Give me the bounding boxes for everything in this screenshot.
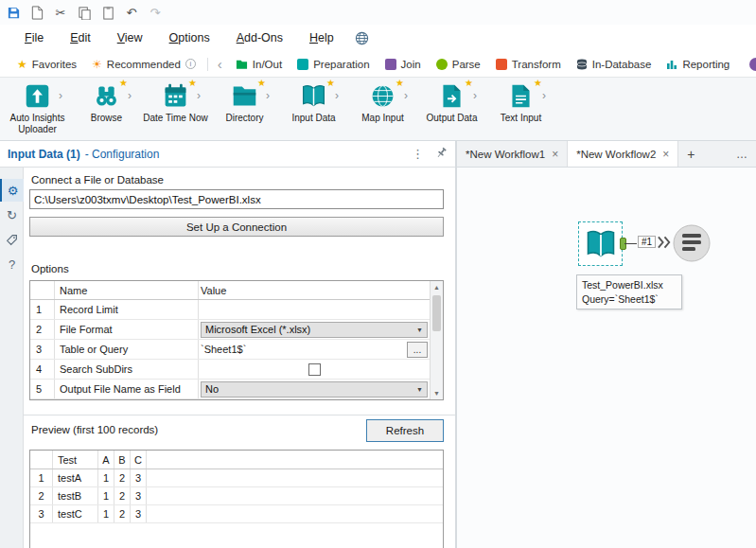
menu-view[interactable]: View <box>104 27 156 48</box>
tab-workflow1[interactable]: *New Workflow1 × <box>457 141 568 167</box>
table-row[interactable]: 3 Table or Query `Sheet1$` ... <box>30 340 443 360</box>
preview-cell: 1 <box>30 469 53 486</box>
tool-caret-icon[interactable]: › <box>473 89 477 102</box>
category-in-database[interactable]: In-Database <box>569 59 659 70</box>
menu-file[interactable]: File <box>11 27 57 48</box>
table-row[interactable]: 1 Record Limit <box>30 300 443 320</box>
menu-edit[interactable]: Edit <box>57 27 104 48</box>
tab-workflow2[interactable]: *New Workflow2 × <box>568 141 678 167</box>
new-tab-button[interactable]: + <box>678 141 703 167</box>
tool-output-data[interactable]: ★ › Output Data <box>417 78 486 140</box>
tool-text-input[interactable]: ★ › Text Input <box>486 78 555 140</box>
category-favorites[interactable]: ★ Favorites <box>9 58 84 71</box>
info-icon: i <box>185 59 196 69</box>
scrollbar-thumb[interactable] <box>432 295 441 331</box>
option-value-empty[interactable] <box>199 300 430 319</box>
category-parse[interactable]: Parse <box>429 59 488 70</box>
category-label: In-Database <box>592 59 652 70</box>
tool-caret-icon[interactable]: › <box>335 89 339 102</box>
tool-caret-icon[interactable]: › <box>128 89 132 102</box>
sync-icon[interactable]: ↻ <box>0 203 24 226</box>
copy-icon[interactable] <box>76 4 93 21</box>
menu-help[interactable]: Help <box>296 27 347 48</box>
tool-map-input[interactable]: ★ › Map Input <box>348 78 417 140</box>
annotation-line1: Test_PowerBI.xlsx <box>582 278 677 292</box>
new-document-icon[interactable] <box>28 4 45 21</box>
save-icon[interactable] <box>5 4 22 21</box>
preview-cell: 2 <box>30 487 53 504</box>
preview-row[interactable]: 2 testB 1 2 3 <box>30 487 443 505</box>
table-query-value[interactable]: `Sheet1$` <box>201 344 403 355</box>
kebab-menu-icon[interactable]: ⋮ <box>412 147 424 161</box>
config-content: Connect a File or Database Set Up a Conn… <box>25 168 455 548</box>
tag-icon[interactable] <box>0 228 24 251</box>
tool-caret-icon[interactable]: › <box>542 89 546 102</box>
options-scrollbar[interactable]: ▲ ▼ <box>430 281 443 399</box>
menu-bar: File Edit View Options Add-Ons Help <box>0 25 756 51</box>
redo-icon[interactable]: ↷ <box>147 4 164 21</box>
category-in-out[interactable]: In/Out <box>228 59 290 70</box>
powerbi-target-icon[interactable] <box>671 222 712 268</box>
tool-caret-icon[interactable]: › <box>197 89 201 102</box>
pin-icon[interactable] <box>435 146 448 163</box>
preview-row[interactable]: 3 testC 1 2 3 <box>30 505 443 523</box>
tool-caret-icon[interactable]: › <box>266 89 270 102</box>
tool-caret-icon[interactable]: › <box>59 89 62 102</box>
tab-overflow-icon[interactable]: … <box>728 141 756 167</box>
output-filename-dropdown[interactable]: No ▼ <box>201 381 428 398</box>
table-row[interactable]: 4 Search SubDirs <box>30 360 443 380</box>
close-tab-icon[interactable]: × <box>552 148 558 161</box>
globe-icon[interactable] <box>355 31 369 45</box>
map-globe-icon <box>369 82 396 110</box>
category-recommended[interactable]: ☀ Recommended i <box>84 58 203 71</box>
category-preparation[interactable]: Preparation <box>290 59 377 70</box>
search-subdirs-checkbox[interactable] <box>308 363 321 376</box>
dropdown-arrow-icon: ▼ <box>416 386 423 393</box>
tool-label: Directory <box>225 113 263 124</box>
preview-header-cell: B <box>114 451 131 468</box>
header-value: Value <box>199 281 430 299</box>
file-path-input[interactable] <box>29 189 444 209</box>
paste-icon[interactable] <box>99 4 116 21</box>
dropdown-value: Microsoft Excel (*.xlsx) <box>205 324 310 335</box>
tool-caret-icon[interactable]: › <box>404 89 408 102</box>
gear-icon[interactable]: ⚙ <box>0 179 24 202</box>
browse-ellipsis-button[interactable]: ... <box>407 342 428 358</box>
favorite-star-icon: ★ <box>188 78 197 88</box>
preview-row[interactable]: 1 testA 1 2 3 <box>30 469 443 487</box>
tool-auto-insights-uploader[interactable]: › Auto Insights Uploader <box>3 78 72 140</box>
row-num: 4 <box>30 360 55 379</box>
table-row[interactable]: 2 File Format Microsoft Excel (*.xlsx) ▼ <box>30 320 443 340</box>
tool-date-time-now[interactable]: ★ › Date Time Now <box>141 78 210 140</box>
configuration-panel: Input Data (1) - Configuration ⋮ ⚙ ↻ <box>0 141 455 548</box>
close-tab-icon[interactable]: × <box>662 148 669 161</box>
favorite-star-icon: ★ <box>396 78 404 88</box>
options-label: Options <box>31 263 69 274</box>
category-join[interactable]: Join <box>378 59 429 70</box>
scroll-down-icon[interactable]: ▼ <box>431 387 443 399</box>
category-reporting[interactable]: Reporting <box>659 59 737 70</box>
cut-icon[interactable]: ✂ <box>52 4 69 21</box>
configuration-body: ⚙ ↻ ? Connect a File or Database Set Up … <box>0 168 455 548</box>
tool-input-data[interactable]: ★ › Input Data <box>279 78 348 140</box>
refresh-button[interactable]: Refresh <box>366 419 444 442</box>
tool-directory[interactable]: ★ › Directory <box>210 78 279 140</box>
undo-icon[interactable]: ↶ <box>123 4 140 21</box>
option-name: Record Limit <box>55 300 199 319</box>
input-data-tool-node[interactable] <box>578 221 623 266</box>
tool-annotation[interactable]: Test_PowerBI.xlsx Query=`Sheet1$` <box>576 274 682 309</box>
tool-browse[interactable]: ★ › Browse <box>72 78 141 140</box>
config-title: Input Data (1) <box>8 148 80 161</box>
workflow-canvas[interactable]: #1 Test_PowerBI.xlsx Query=`Sheet1$` <box>457 168 756 548</box>
file-format-dropdown[interactable]: Microsoft Excel (*.xlsx) ▼ <box>201 322 428 338</box>
menu-addons[interactable]: Add-Ons <box>223 27 296 48</box>
scroll-left-icon[interactable]: ‹ <box>212 56 228 72</box>
help-icon[interactable]: ? <box>0 253 24 275</box>
folder-icon <box>231 82 258 110</box>
setup-connection-button[interactable]: Set Up a Connection <box>29 217 444 237</box>
menu-options[interactable]: Options <box>156 27 223 48</box>
table-row[interactable]: 5 Output File Name as Field No ▼ <box>30 380 443 399</box>
category-icon-partial[interactable] <box>749 58 756 71</box>
category-transform[interactable]: Transform <box>488 59 569 70</box>
scroll-up-icon[interactable]: ▲ <box>431 281 443 293</box>
